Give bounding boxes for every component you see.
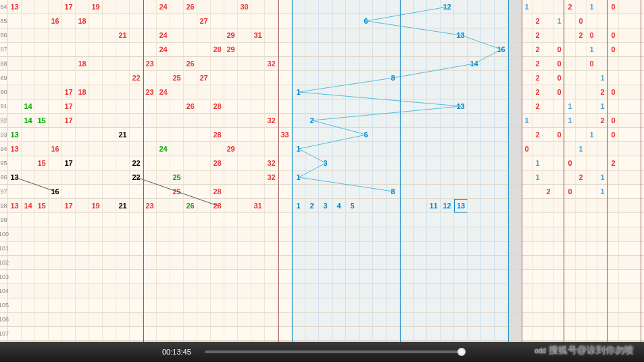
- left-cell: [116, 57, 130, 70]
- summary-cell: [576, 298, 587, 312]
- blue-cell: [387, 327, 400, 340]
- blue-cell: [387, 199, 400, 212]
- left-cell: 23: [143, 85, 157, 99]
- blue-cell: [346, 114, 360, 127]
- summary-cell: 0: [608, 0, 619, 14]
- blue-cell: [360, 213, 373, 227]
- blue-cell: [319, 57, 332, 70]
- blue-cell: [373, 156, 387, 170]
- summary-cell: [543, 142, 554, 156]
- row-id: 97: [0, 185, 8, 198]
- summary-cell: 0: [608, 43, 619, 56]
- summary-cell: [608, 199, 619, 212]
- left-cell: [62, 57, 76, 70]
- grid-row: 892225278201: [0, 71, 644, 85]
- summary-cell: [587, 284, 597, 298]
- grid-row: 881823263214200: [0, 57, 644, 71]
- left-cell: [62, 213, 76, 227]
- blue-cell: [305, 185, 319, 198]
- left-cell: [89, 171, 103, 184]
- blue-cell: [387, 28, 400, 42]
- blue-cell: [454, 227, 468, 241]
- left-cell: [49, 128, 62, 141]
- summary-cell: 1: [522, 0, 532, 14]
- left-cell: 23: [143, 57, 157, 70]
- left-cell: [130, 43, 143, 56]
- summary-cell: 2: [532, 99, 543, 113]
- left-cell: [184, 71, 197, 85]
- left-cell: 13: [8, 171, 22, 184]
- left-cell: [22, 171, 35, 184]
- left-cell: [116, 0, 130, 14]
- left-cell: [170, 28, 184, 42]
- trend-grid: 84131719242630121210851618276210 8621242…: [0, 0, 644, 342]
- blue-cell: [468, 85, 481, 99]
- blue-cell: [427, 284, 441, 298]
- left-cell: [251, 256, 265, 269]
- left-cell: [278, 242, 292, 255]
- left-cell: [22, 327, 35, 340]
- left-cell: [76, 284, 89, 298]
- left-cell: [103, 213, 116, 227]
- left-cell: [49, 227, 62, 241]
- left-cell: [157, 57, 170, 70]
- left-cell: [197, 28, 211, 42]
- summary-cell: 2: [532, 85, 543, 99]
- blue-cell: [495, 213, 508, 227]
- blue-cell: [414, 284, 427, 298]
- blue-cell: [414, 313, 427, 326]
- left-cell: [76, 227, 89, 241]
- left-cell: [76, 0, 89, 14]
- blue-cell: [360, 114, 373, 127]
- blue-cell: [292, 71, 305, 85]
- blue-cell: [332, 114, 346, 127]
- blue-cell: [332, 128, 346, 141]
- blue-cell: [441, 43, 454, 56]
- left-cell: [35, 171, 49, 184]
- left-cell: [143, 256, 157, 269]
- left-cell: [184, 85, 197, 99]
- left-cell: [8, 185, 22, 198]
- summary-cell: [532, 284, 543, 298]
- row-id: 105: [0, 298, 8, 312]
- summary-cell: [543, 0, 554, 14]
- left-cell: [170, 213, 184, 227]
- left-cell: [35, 242, 49, 255]
- blue-cell: [414, 71, 427, 85]
- left-cell: [197, 114, 211, 127]
- left-cell: [116, 99, 130, 113]
- left-cell: [89, 327, 103, 340]
- blue-cell: [454, 156, 468, 170]
- blue-cell: [346, 142, 360, 156]
- left-cell: 25: [170, 171, 184, 184]
- blue-cell: [292, 128, 305, 141]
- left-cell: [22, 213, 35, 227]
- gray-gap: [508, 298, 522, 312]
- blue-cell: [481, 114, 495, 127]
- left-cell: [238, 284, 251, 298]
- row-id: 96: [0, 171, 8, 184]
- summary-cell: [543, 242, 554, 255]
- blue-cell: [292, 227, 305, 241]
- blue-cell: [346, 128, 360, 141]
- seek-track[interactable]: [205, 350, 462, 353]
- blue-cell: [373, 142, 387, 156]
- left-cell: [35, 43, 49, 56]
- gray-gap: [508, 185, 522, 198]
- left-cell: 13: [8, 0, 22, 14]
- left-cell: [8, 28, 22, 42]
- left-cell: [62, 284, 76, 298]
- seek-knob[interactable]: [457, 348, 466, 356]
- blue-cell: [332, 85, 346, 99]
- left-cell: [170, 43, 184, 56]
- blue-cell: 5: [346, 199, 360, 212]
- summary-cell: [587, 142, 597, 156]
- left-cell: [76, 71, 89, 85]
- summary-cell: 2: [532, 71, 543, 85]
- gray-gap: [508, 71, 522, 85]
- playback-time: 00:13:45: [162, 348, 191, 356]
- left-cell: [278, 14, 292, 28]
- left-cell: [62, 256, 76, 269]
- left-cell: [76, 128, 89, 141]
- left-cell: [278, 199, 292, 212]
